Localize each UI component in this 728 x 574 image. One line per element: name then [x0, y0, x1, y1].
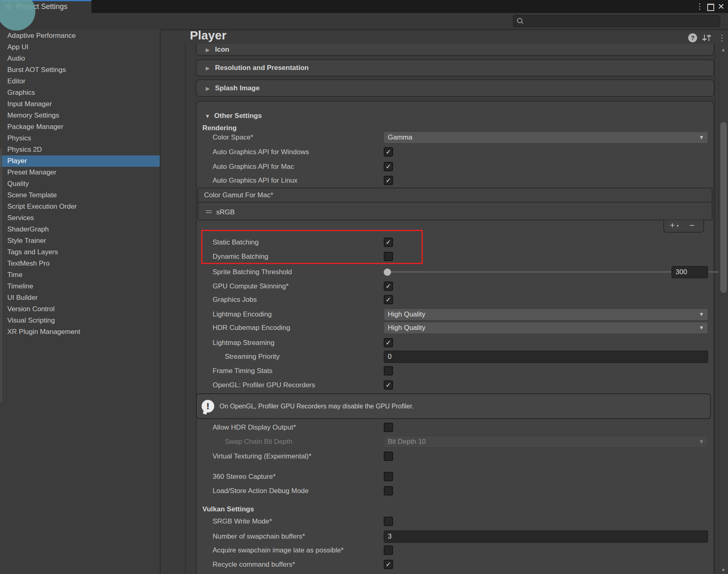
- row-acquire-swapchain-image-late: Acquire swapchain image late as possible…: [196, 544, 714, 557]
- recycle-command-buffers-checkbox[interactable]: ✓: [384, 560, 393, 569]
- load-store-action-debug-mode-checkbox[interactable]: [384, 486, 393, 495]
- foldout-splash-image[interactable]: ▶ Splash Image: [196, 79, 714, 97]
- frame-timing-stats-checkbox[interactable]: [384, 366, 393, 375]
- row-lightmap-encoding: Lightmap Encoding High Quality ▼: [196, 308, 714, 321]
- color-space-dropdown[interactable]: Gamma ▼: [384, 131, 708, 144]
- field-value: 300: [676, 266, 687, 278]
- sidebar-item-audio[interactable]: Audio: [0, 53, 160, 64]
- field-label: GPU Compute Skinning*: [213, 280, 289, 292]
- close-icon[interactable]: ✕: [717, 2, 726, 11]
- field-value: 3: [388, 531, 391, 542]
- panel-left-edge: [185, 44, 186, 574]
- sidebar-item-input-manager[interactable]: Input Manager: [0, 98, 160, 110]
- virtual-texturing-checkbox[interactable]: [384, 452, 393, 461]
- allow-hdr-display-output-checkbox[interactable]: [384, 423, 393, 432]
- sidebar-item-player[interactable]: Player: [0, 155, 160, 167]
- scroll-up-icon[interactable]: ▲: [721, 47, 726, 52]
- sidebar-item-graphics[interactable]: Graphics: [0, 87, 160, 98]
- sidebar-scrollbar[interactable]: [0, 148, 2, 403]
- slider-handle[interactable]: [384, 268, 391, 276]
- foldout-label: Other Settings: [214, 112, 262, 120]
- settings-category-sidebar: Adaptive Performance App UI Audio Burst …: [0, 29, 161, 574]
- check-icon: ✓: [385, 282, 392, 290]
- field-label: HDR Cubemap Encoding: [213, 322, 290, 334]
- lightmap-streaming-checkbox[interactable]: ✓: [384, 338, 393, 347]
- list-item[interactable]: sRGB: [216, 205, 235, 220]
- field-label: Auto Graphics API for Windows: [213, 146, 309, 158]
- check-icon: ✓: [385, 163, 392, 170]
- help-icon[interactable]: ?: [688, 33, 697, 42]
- toolbar: [0, 13, 728, 30]
- sidebar-item-ui-builder[interactable]: UI Builder: [0, 292, 160, 303]
- sidebar-item-quality[interactable]: Quality: [0, 178, 160, 190]
- lightmap-encoding-dropdown[interactable]: High Quality ▼: [384, 308, 708, 321]
- sidebar-item-adaptive-performance[interactable]: Adaptive Performance: [0, 30, 160, 41]
- scrollbar-thumb[interactable]: [720, 122, 727, 293]
- hdr-cubemap-encoding-dropdown[interactable]: High Quality ▼: [384, 322, 708, 334]
- dropdown-value: Bit Depth 10: [388, 436, 426, 447]
- sidebar-item-tags-and-layers[interactable]: Tags and Layers: [0, 247, 160, 258]
- row-number-of-swapchain-buffers: Number of swapchain buffers* 3: [196, 530, 714, 543]
- opengl-profiler-gpu-recorders-checkbox[interactable]: ✓: [384, 380, 393, 390]
- auto-graphics-api-linux-checkbox[interactable]: ✓: [384, 176, 393, 185]
- stereo-capture-checkbox[interactable]: [384, 472, 393, 481]
- row-sprite-batching-threshold: Sprite Batching Threshold 300: [196, 266, 714, 278]
- field-label: Allow HDR Display Output*: [213, 421, 296, 434]
- sidebar-item-textmesh-pro[interactable]: TextMesh Pro: [0, 258, 160, 269]
- sidebar-item-visual-scripting[interactable]: Visual Scripting: [0, 315, 160, 326]
- panel-right-edge: [715, 44, 715, 574]
- foldout-other-settings[interactable]: ▼ Other Settings: [196, 110, 714, 122]
- srgb-write-mode-checkbox[interactable]: [384, 517, 393, 526]
- dropdown-value: Gamma: [388, 132, 412, 143]
- gpu-compute-skinning-checkbox[interactable]: ✓: [384, 282, 393, 291]
- row-srgb-write-mode: SRGB Write Mode*: [196, 515, 714, 528]
- sidebar-item-script-execution-order[interactable]: Script Execution Order: [0, 201, 160, 212]
- sidebar-item-physics[interactable]: Physics: [0, 133, 160, 144]
- chevron-down-icon: ▼: [699, 132, 704, 143]
- chevron-down-icon: ▼: [699, 322, 704, 334]
- field-label: Color Space*: [213, 131, 253, 144]
- foldout-icon[interactable]: ▶ Icon: [196, 44, 714, 56]
- sidebar-item-preset-manager[interactable]: Preset Manager: [0, 167, 160, 178]
- number-of-swapchain-buffers-field[interactable]: 3: [384, 530, 708, 543]
- sidebar-item-xr-plugin-management[interactable]: XR Plugin Management: [0, 326, 160, 338]
- scroll-down-icon[interactable]: ▼: [721, 567, 726, 572]
- graphics-jobs-checkbox[interactable]: ✓: [384, 295, 393, 304]
- add-button[interactable]: +: [670, 220, 675, 231]
- foldout-label: Resolution and Presentation: [215, 64, 309, 72]
- drag-handle-icon[interactable]: [206, 210, 212, 211]
- field-label: Graphics Jobs: [213, 294, 257, 306]
- sidebar-item-memory-settings[interactable]: Memory Settings: [0, 110, 160, 121]
- sidebar-item-app-ui[interactable]: App UI: [0, 41, 160, 53]
- sidebar-item-editor[interactable]: Editor: [0, 76, 160, 87]
- search-input[interactable]: [513, 15, 720, 27]
- sprite-batching-threshold-field[interactable]: 300: [671, 266, 708, 278]
- sidebar-item-version-control[interactable]: Version Control: [0, 303, 160, 315]
- field-label: Lightmap Streaming: [213, 337, 274, 349]
- maximize-icon[interactable]: [707, 4, 714, 11]
- auto-graphics-api-mac-checkbox[interactable]: ✓: [384, 162, 393, 171]
- remove-button[interactable]: −: [689, 220, 694, 231]
- sidebar-item-package-manager[interactable]: Package Manager: [0, 121, 160, 133]
- presets-icon[interactable]: [702, 34, 711, 42]
- sidebar-item-timeline[interactable]: Timeline: [0, 281, 160, 292]
- panel-menu-icon[interactable]: ⋮: [718, 33, 723, 43]
- sidebar-item-burst-aot[interactable]: Burst AOT Settings: [0, 64, 160, 76]
- sidebar-item-shadergraph[interactable]: ShaderGraph: [0, 224, 160, 235]
- sidebar-item-scene-template[interactable]: Scene Template: [0, 190, 160, 201]
- field-value: 0: [388, 351, 391, 362]
- sidebar-item-style-trainer[interactable]: Style Trainer: [0, 235, 160, 247]
- sidebar-item-physics-2d[interactable]: Physics 2D: [0, 144, 160, 155]
- field-label: Acquire swapchain image late as possible…: [213, 544, 343, 557]
- streaming-priority-field[interactable]: 0: [384, 351, 708, 363]
- sidebar-item-time[interactable]: Time: [0, 269, 160, 281]
- collapsed-arrow-icon: ▶: [206, 65, 210, 71]
- list-divider: [198, 202, 712, 203]
- vertical-scrollbar[interactable]: ▲ ▼: [719, 44, 728, 574]
- acquire-swapchain-image-late-checkbox[interactable]: [384, 546, 393, 555]
- auto-graphics-api-windows-checkbox[interactable]: ✓: [384, 147, 393, 157]
- row-allow-hdr-display-output: Allow HDR Display Output*: [196, 421, 714, 434]
- window-menu-icon[interactable]: ⋮: [696, 2, 701, 11]
- foldout-resolution-and-presentation[interactable]: ▶ Resolution and Presentation: [196, 59, 714, 76]
- sidebar-item-services[interactable]: Services: [0, 212, 160, 224]
